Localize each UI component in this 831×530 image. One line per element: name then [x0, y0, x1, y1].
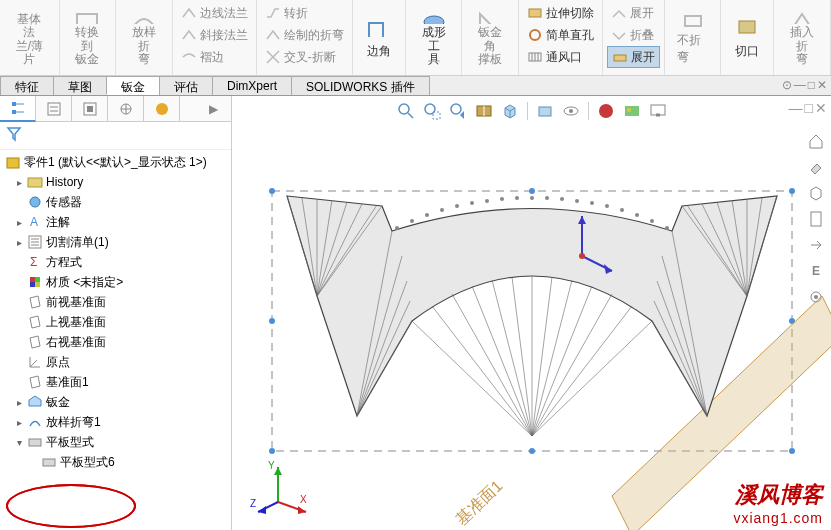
flatten-button[interactable]: 展开: [607, 46, 660, 68]
unfold-icon: [611, 5, 627, 21]
svg-point-74: [455, 204, 459, 208]
unfold-button[interactable]: 展开: [607, 2, 660, 24]
mdi-minimize-icon[interactable]: —: [794, 78, 806, 92]
tree-sensors[interactable]: 传感器: [0, 192, 231, 212]
tree-front-plane[interactable]: 前视基准面: [0, 292, 231, 312]
mdi-maximize-icon[interactable]: □: [808, 78, 815, 92]
tree-plane1[interactable]: 基准面1: [0, 372, 231, 392]
svg-point-72: [425, 213, 429, 217]
svg-rect-12: [12, 102, 16, 106]
mdi-close-icon[interactable]: ✕: [817, 78, 827, 92]
no-bends-button[interactable]: 不折弯: [669, 2, 717, 70]
tab-sheetmetal[interactable]: 钣金: [106, 76, 160, 95]
feature-tree-tab[interactable]: [0, 96, 36, 122]
jog-button[interactable]: 转折: [261, 2, 348, 24]
display-manager-tab[interactable]: [144, 96, 180, 122]
svg-point-24: [156, 103, 168, 115]
expander-icon[interactable]: ▸: [14, 237, 24, 248]
fold-button[interactable]: 折叠: [607, 24, 660, 46]
corner-button[interactable]: 边角: [357, 2, 401, 70]
tree-equations[interactable]: Σ方程式: [0, 252, 231, 272]
panel-expand-button[interactable]: ▶: [195, 96, 231, 122]
hem-button[interactable]: 褶边: [177, 46, 252, 68]
svg-line-112: [532, 294, 612, 436]
tree-right-plane[interactable]: 右视基准面: [0, 332, 231, 352]
tree-filter[interactable]: [0, 122, 231, 150]
tree-top-plane[interactable]: 上视基准面: [0, 312, 231, 332]
svg-line-105: [472, 286, 532, 436]
hem-icon: [181, 49, 197, 65]
tab-feature[interactable]: 特征: [0, 76, 54, 95]
folder-icon: [27, 174, 43, 190]
configuration-tab[interactable]: [72, 96, 108, 122]
chevron-right-icon: ▶: [209, 102, 218, 116]
extruded-cut-button[interactable]: 拉伸切除: [523, 2, 598, 24]
svg-point-2: [424, 16, 444, 24]
expander-icon[interactable]: ▸: [14, 217, 24, 228]
plane-icon: [27, 334, 43, 350]
command-tabs: 特征 草图 钣金 评估 DimXpert SOLIDWORKS 插件 ⊙ — □…: [0, 76, 831, 96]
svg-marker-134: [274, 467, 282, 475]
origin-icon: [27, 354, 43, 370]
tab-dimxpert[interactable]: DimXpert: [212, 76, 292, 95]
cross-break-button[interactable]: 交叉-折断: [261, 46, 348, 68]
expander-icon[interactable]: ▸: [14, 397, 24, 408]
tree-sheetmetal[interactable]: ▸钣金: [0, 392, 231, 412]
cut-icon: [733, 13, 761, 41]
tab-evaluate[interactable]: 评估: [159, 76, 213, 95]
vent-button[interactable]: 通风口: [523, 46, 598, 68]
gusset-button[interactable]: 钣金角 撑板: [466, 2, 514, 70]
tree-origin[interactable]: 原点: [0, 352, 231, 372]
mdi-window-controls: ⊙ — □ ✕: [782, 76, 827, 94]
svg-point-76: [485, 199, 489, 203]
plane-icon: [27, 374, 43, 390]
flatten-icon: [612, 49, 628, 65]
tree-lofted-bend[interactable]: ▸放样折弯1: [0, 412, 231, 432]
sketched-bend-button[interactable]: 绘制的折弯: [261, 24, 348, 46]
svg-rect-1: [77, 14, 97, 24]
flat-pattern-icon: [27, 434, 43, 450]
edge-flange-button[interactable]: 边线法兰: [177, 2, 252, 24]
miter-flange-button[interactable]: 斜接法兰: [177, 24, 252, 46]
svg-rect-26: [28, 178, 42, 187]
expander-icon[interactable]: ▸: [14, 177, 24, 188]
lofted-bend-icon: [130, 6, 158, 24]
cut-button[interactable]: 切口: [725, 2, 769, 70]
mdi-pin-icon[interactable]: ⊙: [782, 78, 792, 92]
tree-history[interactable]: ▸History: [0, 172, 231, 192]
tree-root[interactable]: 零件1 (默认<<默认>_显示状态 1>): [0, 152, 231, 172]
configuration-icon: [82, 101, 98, 117]
svg-line-106: [492, 280, 532, 436]
tree-flat-pattern[interactable]: ▾平板型式: [0, 432, 231, 452]
tree-annotations[interactable]: ▸A注解: [0, 212, 231, 232]
tree-flat-pattern-item[interactable]: 平板型式6: [0, 452, 231, 472]
tab-addins[interactable]: SOLIDWORKS 插件: [291, 76, 430, 95]
insert-bends-button[interactable]: 插入折 弯: [778, 2, 826, 70]
sketched-bend-icon: [265, 27, 281, 43]
coordinate-triad: Y X Z: [248, 457, 308, 520]
sheetmetal-icon: [27, 394, 43, 410]
no-bends-icon: [679, 6, 707, 30]
simple-hole-button[interactable]: 简单直孔: [523, 24, 598, 46]
expander-icon[interactable]: ▾: [14, 437, 24, 448]
dimxpert-tab[interactable]: [108, 96, 144, 122]
graphics-viewport[interactable]: — □ ✕ E 基准面1: [232, 96, 831, 530]
tree-cutlist[interactable]: ▸切割清单(1): [0, 232, 231, 252]
tab-sketch[interactable]: 草图: [53, 76, 107, 95]
display-manager-icon: [154, 101, 170, 117]
property-manager-tab[interactable]: [36, 96, 72, 122]
forming-tool-button[interactable]: 成形工 具: [410, 2, 458, 70]
svg-point-82: [575, 199, 579, 203]
expander-icon[interactable]: ▸: [14, 417, 24, 428]
base-flange-button[interactable]: 基体法 兰/薄片: [4, 2, 55, 70]
svg-line-103: [432, 306, 532, 436]
lofted-bend-button[interactable]: 放样折 弯: [120, 2, 168, 70]
property-manager-icon: [46, 101, 62, 117]
svg-point-87: [650, 219, 654, 223]
svg-line-104: [452, 294, 532, 436]
svg-rect-13: [12, 110, 16, 114]
svg-point-71: [410, 219, 414, 223]
convert-button[interactable]: 转换到 钣金: [64, 2, 112, 70]
svg-rect-41: [29, 439, 41, 446]
tree-material[interactable]: 材质 <未指定>: [0, 272, 231, 292]
